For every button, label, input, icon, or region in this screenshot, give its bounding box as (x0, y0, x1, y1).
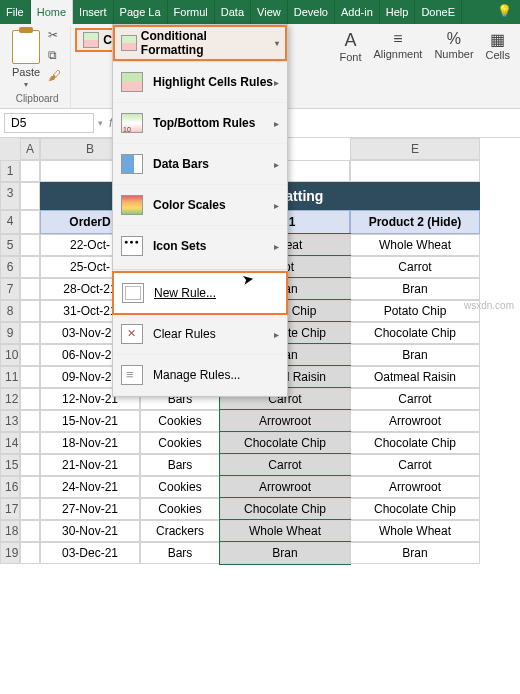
menu-new-rule[interactable]: New Rule... (112, 271, 288, 315)
row-header[interactable]: 15 (0, 454, 20, 476)
cell[interactable]: Bran (350, 542, 480, 564)
cell[interactable]: Chocolate Chip (350, 322, 480, 344)
cell[interactable] (20, 410, 40, 432)
cell[interactable] (20, 454, 40, 476)
cell[interactable] (20, 432, 40, 454)
cell[interactable] (20, 182, 40, 210)
cell[interactable] (20, 278, 40, 300)
col-header-a[interactable]: A (20, 138, 40, 160)
cell[interactable]: Bars (140, 454, 220, 476)
menu-data-bars[interactable]: Data Bars (113, 144, 287, 185)
menu-clear-rules[interactable]: Clear Rules (113, 314, 287, 355)
row-header[interactable]: 4 (0, 210, 20, 234)
row-header[interactable]: 9 (0, 322, 20, 344)
row-header[interactable]: 18 (0, 520, 20, 542)
cell[interactable]: Oatmeal Raisin (350, 366, 480, 388)
cell[interactable]: 18-Nov-21 (40, 432, 140, 454)
menu-color-scales[interactable]: Color Scales (113, 185, 287, 226)
cell[interactable] (20, 542, 40, 564)
cell[interactable]: Crackers (140, 520, 220, 542)
cell[interactable]: Cookies (140, 432, 220, 454)
cell[interactable]: 03-Dec-21 (40, 542, 140, 564)
menu-top-bottom-rules[interactable]: Top/Bottom Rules (113, 103, 287, 144)
row-header[interactable]: 14 (0, 432, 20, 454)
tab-help[interactable]: Help (380, 0, 416, 24)
cell[interactable]: Whole Wheat (220, 520, 350, 542)
cell[interactable]: Arrowroot (220, 410, 350, 432)
name-box[interactable]: D5 (4, 113, 94, 133)
select-all-corner[interactable] (0, 138, 20, 160)
cell[interactable] (20, 300, 40, 322)
cell[interactable] (20, 498, 40, 520)
cell[interactable]: 15-Nov-21 (40, 410, 140, 432)
font-group[interactable]: AFont (333, 26, 367, 67)
tab-file[interactable]: File (0, 0, 31, 24)
cell[interactable]: Carrot (350, 256, 480, 278)
cell[interactable]: Chocolate Chip (220, 498, 350, 520)
tab-formulas[interactable]: Formul (168, 0, 215, 24)
cell[interactable]: Arrowroot (350, 476, 480, 498)
tab-view[interactable]: View (251, 0, 288, 24)
row-header[interactable]: 19 (0, 542, 20, 564)
row-header[interactable]: 8 (0, 300, 20, 322)
row-header[interactable]: 17 (0, 498, 20, 520)
cell[interactable] (20, 234, 40, 256)
cell[interactable]: 24-Nov-21 (40, 476, 140, 498)
col-product2[interactable]: Product 2 (Hide) (350, 210, 480, 234)
format-painter-icon[interactable] (48, 68, 66, 84)
cell[interactable] (20, 388, 40, 410)
number-group[interactable]: %Number (428, 26, 479, 64)
cell[interactable]: Chocolate Chip (220, 432, 350, 454)
cell[interactable]: Arrowroot (220, 476, 350, 498)
cell[interactable] (20, 210, 40, 234)
cell[interactable] (20, 520, 40, 542)
copy-icon[interactable] (48, 48, 66, 64)
cell[interactable] (20, 476, 40, 498)
row-header[interactable]: 16 (0, 476, 20, 498)
row-header[interactable]: 10 (0, 344, 20, 366)
cell[interactable]: Cookies (140, 476, 220, 498)
cell[interactable]: Bran (350, 344, 480, 366)
cell[interactable]: Whole Wheat (350, 234, 480, 256)
cell[interactable]: Cookies (140, 498, 220, 520)
tab-page-layout[interactable]: Page La (114, 0, 168, 24)
tab-developer[interactable]: Develo (288, 0, 335, 24)
row-header[interactable]: 1 (0, 160, 20, 182)
cell[interactable]: Bran (220, 542, 350, 564)
row-header[interactable]: 12 (0, 388, 20, 410)
cells-group[interactable]: ▦Cells (480, 26, 516, 65)
tab-doneex[interactable]: DoneE (415, 0, 462, 24)
row-header[interactable]: 6 (0, 256, 20, 278)
cell[interactable] (20, 256, 40, 278)
cell[interactable] (20, 344, 40, 366)
col-header-e[interactable]: E (350, 138, 480, 160)
cell[interactable]: 27-Nov-21 (40, 498, 140, 520)
cell[interactable] (350, 160, 480, 182)
row-header[interactable]: 13 (0, 410, 20, 432)
tab-data[interactable]: Data (215, 0, 251, 24)
cell[interactable] (20, 160, 40, 182)
row-header[interactable]: 7 (0, 278, 20, 300)
cell[interactable]: 30-Nov-21 (40, 520, 140, 542)
menu-icon-sets[interactable]: Icon Sets (113, 226, 287, 267)
tab-insert[interactable]: Insert (73, 0, 114, 24)
cell[interactable]: Potato Chip (350, 300, 480, 322)
row-header[interactable]: 5 (0, 234, 20, 256)
tell-me-icon[interactable]: 💡 (489, 0, 520, 24)
paste-button[interactable]: Paste ▾ (8, 28, 44, 91)
cell[interactable] (20, 366, 40, 388)
cell[interactable] (20, 322, 40, 344)
menu-highlight-cells-rules[interactable]: Highlight Cells Rules (113, 62, 287, 103)
cell[interactable]: 21-Nov-21 (40, 454, 140, 476)
cell[interactable]: Bars (140, 542, 220, 564)
cell[interactable]: Carrot (350, 454, 480, 476)
tab-addins[interactable]: Add-in (335, 0, 380, 24)
cell[interactable]: Bran (350, 278, 480, 300)
tab-home[interactable]: Home (31, 0, 73, 24)
row-header[interactable]: 3 (0, 182, 20, 210)
cell[interactable]: Carrot (220, 454, 350, 476)
alignment-group[interactable]: ≡Alignment (368, 26, 429, 64)
cut-icon[interactable] (48, 28, 66, 44)
cell[interactable]: Arrowroot (350, 410, 480, 432)
cell[interactable]: Chocolate Chip (350, 432, 480, 454)
